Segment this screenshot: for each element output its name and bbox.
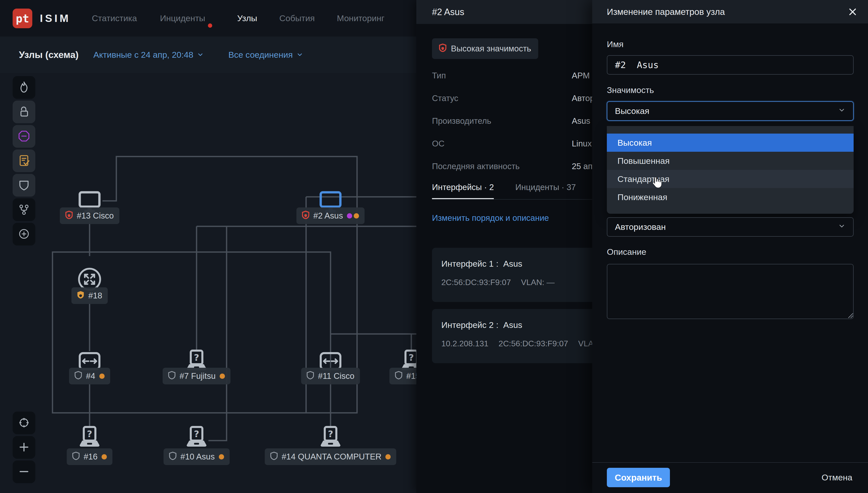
node-laptop-icon[interactable]: ? (319, 426, 343, 449)
document-check-icon (17, 154, 31, 168)
description-textarea[interactable] (607, 264, 854, 319)
edit-order-link[interactable]: Изменить порядок и описание (432, 213, 549, 223)
significance-select[interactable]: Высокая (607, 101, 854, 121)
shield-orange-icon (77, 291, 84, 301)
filter-verified-button[interactable] (13, 149, 35, 172)
significance-dropdown: ВысокаяПовышеннаяСтандартнаяПониженная (607, 126, 854, 214)
app: #13 Cisco#2 Asus#18#4?#7 Fujitsu#11 Cisc… (0, 0, 868, 493)
node-label[interactable]: #11 Cisco (301, 368, 360, 384)
dropdown-option-3[interactable]: Пониженная (607, 188, 854, 206)
filter-active-since[interactable]: Активные с 24 апр, 20:48 (93, 49, 204, 60)
node-label[interactable]: #16 (67, 448, 112, 465)
nodes-layer: #13 Cisco#2 Asus#18#4?#7 Fujitsu#11 Cisc… (0, 0, 416, 493)
detail-rows: ТипАРМСтатусАвторизованПроизводительAsus… (432, 64, 592, 178)
dropdown-option-2[interactable]: Стандартная (607, 170, 854, 188)
incidents-badge-dot (208, 23, 212, 28)
node-label[interactable]: #15 F (389, 368, 416, 384)
svg-text:?: ? (409, 352, 414, 363)
dropdown-option-1[interactable]: Повышенная (607, 152, 854, 170)
node-details-panel: #2 Asus Высокая значимость ТипАРМСтатусА… (416, 0, 592, 493)
modal-header: Изменение параметров узла (592, 0, 868, 23)
name-field-label: Имя (607, 39, 624, 49)
significance-badge: Высокая значимость (432, 38, 538, 59)
significance-field-label: Значимость (607, 85, 654, 95)
center-view-button[interactable] (13, 412, 35, 434)
status-dot-purple (347, 213, 352, 218)
add-node-button[interactable] (13, 223, 35, 245)
filter-bar: Узлы (схема) Активные с 24 апр, 20:48 Вс… (0, 37, 416, 73)
detail-row: ПроизводительAsus (432, 110, 592, 132)
lock-open-icon (17, 105, 31, 119)
svg-text:?: ? (194, 429, 199, 439)
node-label[interactable]: #14 QUANTA COMPUTER (265, 448, 396, 465)
minus-icon (17, 465, 31, 479)
plus-icon (17, 441, 31, 454)
chevron-down-icon (838, 222, 846, 232)
tab-1[interactable]: Инциденты · 37 (515, 183, 576, 199)
network-diagram[interactable]: #13 Cisco#2 Asus#18#4?#7 Fujitsu#11 Cisc… (0, 0, 416, 493)
status-dot-orange (102, 454, 107, 459)
name-input[interactable] (607, 55, 854, 74)
shield-icon (17, 178, 31, 192)
significance-badge-label: Высокая значимость (451, 44, 531, 53)
block-octagon-icon (17, 130, 31, 144)
nav-item-1[interactable]: Инциденты (160, 0, 205, 37)
pt-logo[interactable]: pt (13, 8, 32, 28)
close-icon[interactable] (846, 5, 859, 18)
zoom-out-button[interactable] (13, 460, 35, 483)
nav-item-3[interactable]: События (279, 0, 315, 37)
node-label[interactable]: #4 (69, 368, 110, 384)
filter-connections[interactable]: Все соединения (228, 49, 303, 60)
interface-card[interactable]: Интерфейс 1 : Asus2C:56:DC:93:F9:07VLAN:… (432, 248, 592, 302)
top-nav: pt ISIM СтатистикаИнцидентыУзлыСобытияМо… (0, 0, 416, 37)
node-label[interactable]: #7 Fujitsu (162, 368, 230, 384)
topology-icon (17, 203, 31, 217)
zoom-in-button[interactable] (13, 436, 35, 459)
filter-blocked-button[interactable] (13, 125, 35, 148)
chevron-down-icon (197, 50, 204, 60)
status-dot-orange (386, 454, 391, 459)
svg-text:?: ? (194, 352, 199, 363)
nav-item-4[interactable]: Мониторинг (337, 0, 385, 37)
node-label[interactable]: #10 Asus (163, 448, 229, 465)
filter-unauthorized-button[interactable] (13, 101, 35, 123)
status-dot-orange (220, 373, 225, 379)
node-label[interactable]: #18 (72, 287, 108, 304)
svg-text:?: ? (87, 429, 92, 439)
interface-card[interactable]: Интерфейс 2 : Asus10.2.208.1312C:56:DC:9… (432, 309, 592, 363)
node-laptop-icon[interactable]: ? (184, 426, 209, 449)
topology-mode-button[interactable] (13, 198, 35, 221)
filter-incidents-button[interactable] (13, 76, 35, 99)
nav-item-2[interactable]: Узлы (237, 0, 257, 37)
shield-gray-icon (395, 371, 402, 381)
details-title: #2 Asus (432, 7, 464, 17)
shield-gray-icon (75, 371, 82, 381)
node-laptop-icon[interactable]: ? (78, 426, 102, 449)
save-button[interactable]: Сохранить (607, 468, 670, 487)
status-select-value: Авторизован (615, 222, 666, 232)
details-tabs: Интерфейсы · 2Инциденты · 37Про (432, 178, 592, 200)
detail-row: Последняя активность25 апр (432, 155, 592, 178)
node-label[interactable]: #13 Cisco (60, 208, 119, 224)
shield-red-icon (65, 211, 73, 221)
status-select[interactable]: Авторизован (607, 217, 854, 237)
page-title: Узлы (схема) (19, 50, 79, 60)
dropdown-option-0[interactable]: Высокая (607, 134, 854, 152)
modal-title: Изменение параметров узла (607, 7, 725, 17)
shield-red-icon (439, 44, 446, 54)
chevron-down-icon (296, 50, 303, 60)
brand-title: ISIM (40, 0, 70, 37)
tab-0[interactable]: Интерфейсы · 2 (432, 183, 494, 199)
detail-row: ОСLinux (432, 132, 592, 155)
cancel-button[interactable]: Отмена (822, 468, 852, 487)
status-dot-orange (219, 454, 224, 459)
detail-row: СтатусАвторизован (432, 87, 592, 110)
node-label[interactable]: #2 Asus (297, 208, 365, 224)
filter-significance-button[interactable] (13, 174, 35, 197)
significance-select-value: Высокая (615, 106, 649, 116)
footer-divider (592, 462, 868, 463)
status-dot-orange (354, 213, 359, 218)
edit-node-modal: Изменение параметров узла Имя Значимость… (592, 0, 868, 493)
shield-gray-icon (168, 371, 175, 381)
nav-item-0[interactable]: Статистика (92, 0, 137, 37)
